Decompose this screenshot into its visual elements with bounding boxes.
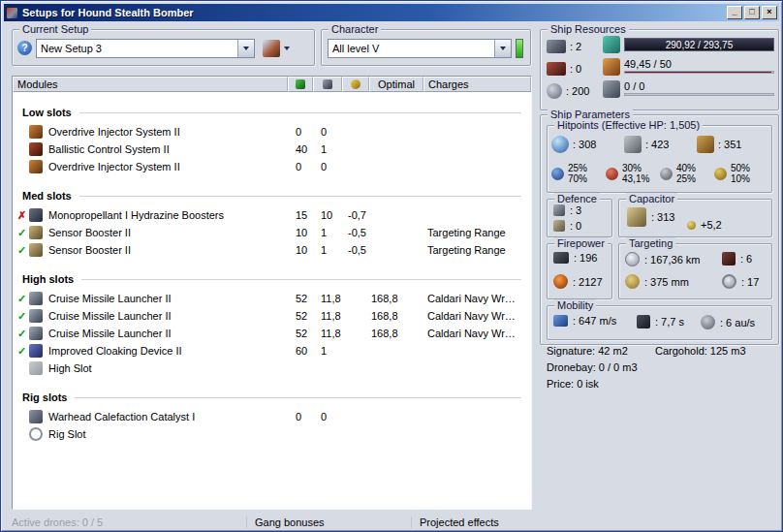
charges-value: Caldari Navy Wr…	[423, 328, 531, 339]
module-row[interactable]: Overdrive Injector System II 0 0	[13, 123, 531, 141]
help-icon[interactable]: ?	[17, 41, 32, 55]
module-row[interactable]: ✓ Cruise Missile Launcher II 52 11,8 168…	[13, 307, 531, 325]
powergrid-value: 0	[313, 161, 342, 172]
tools-icon	[263, 40, 280, 57]
powergrid-icon	[603, 58, 620, 76]
modules-list: Modules Optimal Charges Low slots Overdr…	[12, 76, 532, 510]
module-row[interactable]: ✓ Sensor Booster II 10 1 -0,5 Targeting …	[13, 241, 531, 259]
section-divider	[79, 112, 521, 113]
module-row[interactable]: Warhead Calefaction Catalyst I 0 0	[13, 408, 531, 425]
section-med-slots-label: Med slots	[13, 190, 79, 202]
active-drones-panel[interactable]: Active drones: 0 / 5	[12, 516, 246, 528]
firepower-label: Firepower	[554, 237, 608, 250]
module-row[interactable]: ✓ Sensor Booster II 10 1 -0,5 Targeting …	[13, 224, 531, 241]
setup-combo[interactable]: New Setup 3	[36, 39, 255, 58]
armor-repair-icon	[553, 220, 565, 232]
character-combo[interactable]: All level V	[328, 39, 512, 58]
sensor-booster-icon	[29, 243, 43, 257]
setup-combo-value: New Setup 3	[37, 43, 237, 54]
section-divider	[79, 196, 521, 197]
slot-name: High Slot	[48, 362, 288, 374]
shield-hp: : 308	[551, 136, 624, 153]
cpu-value: 52	[288, 328, 313, 339]
chevron-down-icon	[243, 47, 249, 50]
chevron-down-icon	[500, 47, 506, 50]
volley-value: : 2127	[573, 276, 603, 288]
current-setup-group: Current Setup ? New Setup 3	[12, 29, 315, 66]
module-row[interactable]: ✓ Improved Cloaking Device II 60 1	[13, 342, 531, 360]
resistances: 25%70% 30%43,1% 40%25% 50%10%	[551, 163, 769, 184]
structure-hp: : 351	[697, 136, 769, 153]
explosive-resist-icon	[714, 168, 727, 180]
status-bar: Active drones: 0 / 5 Gang bonuses Projec…	[12, 515, 532, 529]
module-name: Sensor Booster II	[48, 244, 288, 256]
turret-hardpoints-value: : 2	[570, 41, 581, 52]
cpu-value: 15	[288, 209, 313, 221]
capacitor-icon	[627, 207, 646, 227]
max-velocity-value: : 647 m/s	[573, 315, 616, 327]
column-header-cpu[interactable]	[288, 77, 313, 92]
hardpoints-column: : 2 : 0 : 200	[547, 38, 589, 100]
module-row[interactable]: Ballistic Control System II 40 1	[13, 141, 531, 158]
cpu-value: 290,92 / 293,75	[666, 40, 734, 50]
armor-repair-value: : 0	[570, 220, 581, 232]
thermal-armor-resist: 43,1%	[622, 173, 649, 184]
powergrid-value: 1	[313, 345, 342, 357]
powergrid-column-icon	[323, 79, 332, 89]
em-resist-icon	[551, 168, 564, 180]
max-targets-value: : 6	[740, 253, 752, 265]
setup-combo-dropdown-button[interactable]	[237, 40, 254, 57]
module-row[interactable]: ✗ Monopropellant I Hydrazine Boosters 15…	[13, 206, 531, 224]
empty-rig-slot-icon	[29, 427, 43, 441]
ship-resources-label: Ship Resources	[548, 23, 629, 36]
module-name: Improved Cloaking Device II	[48, 345, 288, 357]
shield-recharge-icon	[553, 204, 565, 216]
empty-slot-row[interactable]: Rig Slot	[13, 425, 531, 443]
app-icon	[6, 7, 18, 19]
module-row[interactable]: Overdrive Injector System II 0 0	[13, 158, 531, 175]
module-name: Cruise Missile Launcher II	[48, 328, 288, 339]
resource-bars-column: 290,92 / 293,75 49,45 / 50 0 / 0	[603, 36, 774, 98]
calibration-icon	[547, 83, 562, 99]
max-targets: : 6	[722, 252, 752, 266]
module-name: Cruise Missile Launcher II	[48, 310, 288, 322]
column-header-powergrid[interactable]	[313, 77, 342, 92]
module-row[interactable]: ✓ Cruise Missile Launcher II 52 11,8 168…	[13, 325, 531, 342]
setup-tools-button[interactable]	[263, 38, 299, 59]
defence-group: Defence : 3 : 0	[547, 199, 612, 237]
shield-hp-value: : 308	[573, 139, 596, 150]
character-label: Character	[329, 23, 381, 36]
module-name: Cruise Missile Launcher II	[48, 293, 288, 304]
maximize-button[interactable]: □	[744, 6, 760, 19]
window-buttons: _ □ ×	[727, 6, 777, 19]
close-button[interactable]: ×	[762, 6, 777, 19]
hitpoints-label: Hitpoints (Effective HP: 1,505)	[554, 119, 703, 132]
column-header-modules[interactable]: Modules	[13, 77, 288, 92]
dronebay-icon	[603, 80, 620, 98]
character-combo-dropdown-button[interactable]	[494, 40, 511, 57]
dronebay-text: Dronebay: 0 / 0 m3	[547, 361, 638, 373]
column-header-optimal[interactable]: Optimal	[369, 77, 423, 92]
cruise-launcher-icon	[29, 309, 43, 323]
sensor-strength-value: : 17	[741, 276, 759, 288]
cap-value: -0,5	[342, 244, 369, 256]
targeting-range-icon	[625, 252, 640, 266]
cpu-column-icon	[296, 79, 305, 89]
charges-value: Targeting Range	[423, 227, 531, 238]
ok-icon: ✓	[15, 227, 29, 239]
column-header-charges[interactable]: Charges	[423, 77, 531, 92]
projected-effects-panel[interactable]: Projected effects	[411, 516, 532, 528]
module-row[interactable]: ✓ Cruise Missile Launcher II 52 11,8 168…	[13, 290, 531, 307]
cpu-value: 0	[288, 411, 313, 422]
targeting-range-value: : 167,36 km	[644, 254, 700, 266]
minimize-button[interactable]: _	[727, 6, 742, 19]
shield-recharge: : 3	[553, 204, 581, 216]
column-header-capacitor[interactable]	[342, 77, 369, 92]
gang-bonuses-panel[interactable]: Gang bonuses	[246, 516, 411, 528]
ok-icon: ✓	[15, 293, 29, 305]
dronebay-resource: 0 / 0	[603, 80, 774, 98]
ok-icon: ✓	[15, 244, 29, 257]
max-velocity: : 647 m/s	[553, 315, 616, 327]
armor-hp: : 423	[624, 136, 697, 153]
empty-slot-row[interactable]: High Slot	[13, 360, 531, 377]
